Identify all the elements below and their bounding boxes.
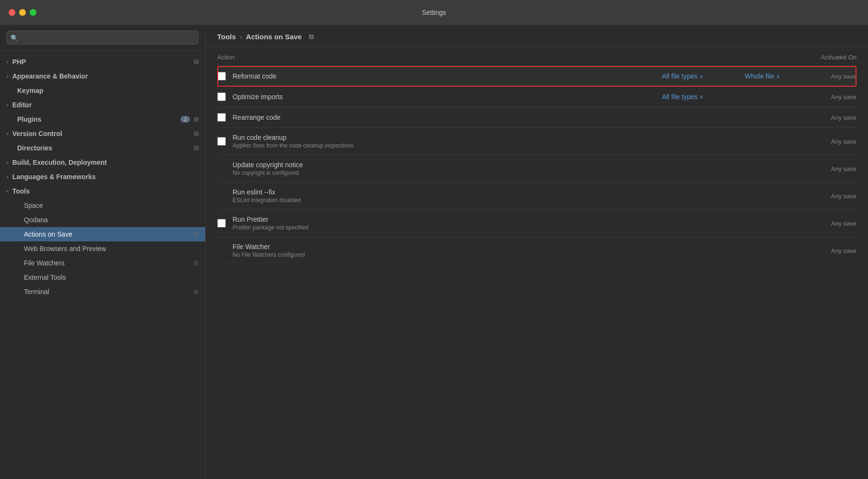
sidebar-item-appearance[interactable]: › Appearance & Behavior [0,69,205,83]
maximize-button[interactable] [30,9,36,16]
sidebar-item-label: Plugins [17,115,42,123]
sidebar-item-editor[interactable]: › Editor [0,98,205,112]
sidebar-item-label: Actions on Save [24,230,72,238]
chevron-down-icon: ∨ [700,73,703,80]
sidebar-item-label: Web Browsers and Preview [24,245,106,252]
sidebar-item-label: Keymap [17,87,43,94]
content-area: Tools › Actions on Save ⊟ Action Activat… [206,25,868,479]
sidebar-item-tools[interactable]: › Tools [0,184,205,198]
sidebar-item-label: Editor [12,101,32,109]
chevron-right-icon: › [7,73,9,79]
table-row: Update copyright notice No copyright is … [217,155,857,182]
col-header-action: Action [217,54,780,61]
row-label-wrap: File Watcher No File Watchers configured [233,243,608,258]
search-input[interactable] [7,31,199,45]
row-label: Optimize imports [233,93,608,101]
breadcrumb-separator: › [240,33,242,41]
row-label-wrap: Rearrange code [233,114,608,121]
row-activated: Any save [780,193,857,200]
row-sublabel: No File Watchers configured [233,251,608,258]
row-label-wrap: Run code cleanup Applies fixes from the … [233,134,608,149]
sidebar-item-version-control[interactable]: › Version Control ⊟ [0,126,205,141]
table-area: Action Activated On Reformat code All fi… [206,47,868,479]
sidebar-item-label: Appearance & Behavior [12,72,88,80]
settings-icon: ⊟ [194,116,199,123]
table-row: Reformat code All file types ∨ Whole fil… [217,66,857,87]
search-bar: 🔍 [0,25,205,51]
row-activated: Any save [780,138,857,145]
sidebar-item-web-browsers[interactable]: Web Browsers and Preview [0,241,205,256]
table-row: Run eslint --fix ESLint integration disa… [217,182,857,210]
sidebar: 🔍 › PHP ⊟ › Appearance & Behavior Keymap [0,25,206,479]
chevron-right-icon: › [7,160,9,165]
rearrange-code-checkbox[interactable] [217,113,226,122]
sidebar-item-space[interactable]: Space [0,198,205,213]
sidebar-item-label: Directories [17,144,52,152]
row-label: Run eslint --fix [233,188,608,196]
sidebar-item-file-watchers[interactable]: File Watchers ⊟ [0,256,205,270]
row-filetype[interactable]: All file types ∨ [608,72,703,80]
sidebar-item-directories[interactable]: Directories ⊟ [0,141,205,155]
sidebar-item-label: File Watchers [24,259,65,267]
settings-icon: ⊟ [194,145,199,151]
row-sublabel: Applies fixes from the code cleanup insp… [233,142,608,149]
row-label-wrap: Update copyright notice No copyright is … [233,161,608,176]
row-sublabel: ESLint integration disabled [233,197,608,204]
sidebar-item-keymap[interactable]: Keymap [0,83,205,98]
row-label-wrap: Reformat code [233,72,608,80]
close-button[interactable] [9,9,15,16]
plugins-badge: 2 [180,116,190,123]
sidebar-item-label: Build, Execution, Deployment [12,159,107,166]
breadcrumb-parent: Tools [217,33,236,41]
window-title: Settings [422,9,446,16]
row-activated: Any save [780,220,857,227]
breadcrumb: Tools › Actions on Save ⊟ [206,25,868,47]
breadcrumb-icon: ⊟ [309,33,314,40]
filetype-label: All file types [662,93,698,101]
row-activated: Any save [780,93,857,101]
run-prettier-checkbox[interactable] [217,219,226,228]
main-layout: 🔍 › PHP ⊟ › Appearance & Behavior Keymap [0,25,868,479]
window-controls [9,9,36,16]
reformat-code-checkbox[interactable] [217,72,226,80]
row-sublabel: No copyright is configured [233,170,608,176]
settings-icon: ⊟ [194,231,199,238]
scope-label: Whole file [745,72,774,80]
sidebar-item-qodana[interactable]: Qodana [0,213,205,227]
row-label-wrap: Optimize imports [233,93,608,101]
filetype-label: All file types [662,72,698,80]
optimize-imports-checkbox[interactable] [217,92,226,101]
sidebar-item-plugins[interactable]: Plugins 2 ⊟ [0,112,205,126]
nav-items: › PHP ⊟ › Appearance & Behavior Keymap ›… [0,51,205,479]
row-activated: Any save [780,114,857,121]
minimize-button[interactable] [19,9,26,16]
sidebar-item-terminal[interactable]: Terminal ⊟ [0,285,205,299]
sidebar-item-label: Languages & Frameworks [12,173,96,181]
run-code-cleanup-checkbox[interactable] [217,137,226,146]
sidebar-item-php[interactable]: › PHP ⊟ [0,55,205,69]
row-label: Run Prettier [233,216,608,223]
titlebar: Settings [0,0,868,25]
chevron-down-icon: ∨ [700,94,703,100]
settings-icon: ⊟ [194,288,199,295]
settings-icon: ⊟ [194,58,199,65]
sidebar-item-build[interactable]: › Build, Execution, Deployment [0,155,205,170]
chevron-right-icon: › [7,59,9,65]
row-label: Update copyright notice [233,161,608,169]
sidebar-item-label: Version Control [12,130,62,137]
sidebar-item-languages[interactable]: › Languages & Frameworks [0,170,205,184]
sidebar-item-label: PHP [12,58,26,66]
row-filetype[interactable]: All file types ∨ [608,93,703,101]
chevron-right-icon: › [7,102,9,108]
table-header: Action Activated On [217,47,857,66]
sidebar-item-external-tools[interactable]: External Tools [0,270,205,285]
row-label: Rearrange code [233,114,608,121]
table-row: File Watcher No File Watchers configured… [217,237,857,264]
sidebar-item-actions-on-save[interactable]: Actions on Save ⊟ [0,227,205,241]
row-label: Reformat code [233,72,608,80]
row-label-wrap: Run Prettier Prettier package not specif… [233,216,608,231]
table-row: Rearrange code Any save [217,107,857,128]
row-scope[interactable]: Whole file ∨ [703,72,780,80]
row-activated: Any save [780,247,857,254]
chevron-right-icon: › [7,174,9,180]
